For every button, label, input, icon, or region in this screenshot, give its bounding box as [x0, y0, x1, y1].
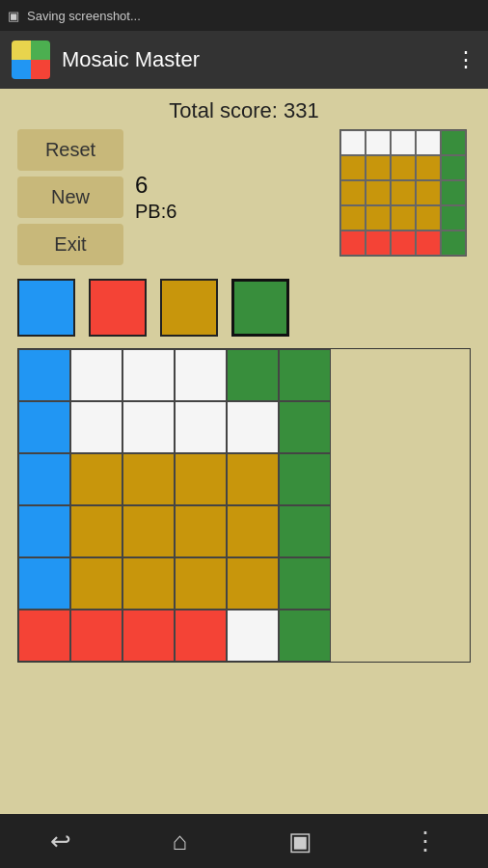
mini-cell-13 — [416, 180, 441, 205]
main-cell-27[interactable] — [175, 557, 227, 610]
bottom-nav: ↩ ⌂ ▣ ⋮ — [0, 814, 488, 868]
main-cell-32[interactable] — [122, 610, 175, 662]
buttons-column: Reset New Exit — [17, 129, 123, 265]
main-cell-0[interactable] — [18, 349, 70, 401]
mini-cell-22 — [391, 231, 416, 256]
main-cell-22[interactable] — [227, 505, 279, 557]
piece-green[interactable] — [231, 279, 289, 337]
main-cell-16[interactable] — [227, 453, 279, 505]
piece-gold[interactable] — [160, 279, 218, 337]
more-icon[interactable]: ⋮ — [413, 827, 438, 856]
main-cell-11[interactable] — [279, 401, 331, 453]
main-cell-29[interactable] — [279, 557, 331, 610]
main-cell-13[interactable] — [70, 453, 122, 505]
main-cell-23[interactable] — [279, 505, 331, 557]
main-cell-9[interactable] — [175, 401, 227, 453]
main-grid-wrap — [0, 348, 488, 663]
mini-grid-wrap — [339, 129, 467, 265]
main-grid[interactable] — [17, 348, 471, 663]
new-button[interactable]: New — [17, 176, 123, 218]
mini-cell-8 — [416, 155, 441, 180]
score-pb: PB:6 — [135, 201, 176, 223]
main-cell-28[interactable] — [227, 557, 279, 610]
score-display: 6 PB:6 — [131, 129, 176, 265]
app-bar: Mosaic Master ⋮ — [0, 31, 488, 89]
mini-cell-18 — [416, 205, 441, 231]
mini-cell-0 — [340, 130, 366, 155]
main-cell-24[interactable] — [18, 557, 70, 610]
main-cell-6[interactable] — [18, 401, 70, 453]
app-title: Mosaic Master — [62, 47, 444, 72]
main-cell-5[interactable] — [279, 349, 331, 401]
mini-cell-14 — [441, 180, 466, 205]
top-section: Reset New Exit 6 PB:6 — [0, 129, 488, 265]
main-cell-1[interactable] — [70, 349, 122, 401]
main-cell-14[interactable] — [122, 453, 175, 505]
main-cell-3[interactable] — [175, 349, 227, 401]
main-cell-18[interactable] — [18, 505, 70, 557]
status-text: Saving screenshot... — [27, 9, 141, 23]
mini-cell-11 — [366, 180, 391, 205]
mini-cell-15 — [340, 205, 366, 231]
main-cell-4[interactable] — [227, 349, 279, 401]
recent-icon[interactable]: ▣ — [288, 827, 312, 856]
main-cell-30[interactable] — [18, 610, 70, 662]
main-cell-15[interactable] — [175, 453, 227, 505]
main-cell-8[interactable] — [122, 401, 175, 453]
reset-button[interactable]: Reset — [17, 129, 123, 171]
piece-blue[interactable] — [17, 279, 75, 337]
mini-cell-17 — [391, 205, 416, 231]
main-cell-20[interactable] — [122, 505, 175, 557]
main-cell-10[interactable] — [227, 401, 279, 453]
main-cell-35[interactable] — [279, 610, 331, 662]
main-cell-34[interactable] — [227, 610, 279, 662]
mini-cell-1 — [366, 130, 391, 155]
back-icon[interactable]: ↩ — [50, 827, 71, 856]
main-cell-31[interactable] — [70, 610, 122, 662]
main-cell-7[interactable] — [70, 401, 122, 453]
main-cell-21[interactable] — [175, 505, 227, 557]
mini-cell-23 — [416, 231, 441, 256]
mini-cell-5 — [340, 155, 366, 180]
mini-cell-3 — [416, 130, 441, 155]
main-cell-17[interactable] — [279, 453, 331, 505]
app-icon — [12, 41, 50, 79]
mini-cell-6 — [366, 155, 391, 180]
main-cell-33[interactable] — [175, 610, 227, 662]
main-cell-25[interactable] — [70, 557, 122, 610]
main-cell-26[interactable] — [122, 557, 175, 610]
mini-cell-19 — [441, 205, 466, 231]
main-cell-2[interactable] — [122, 349, 175, 401]
home-icon[interactable]: ⌂ — [172, 827, 187, 856]
pieces-row — [0, 269, 488, 346]
main-cell-12[interactable] — [18, 453, 70, 505]
mini-cell-20 — [340, 231, 366, 256]
mini-grid — [339, 129, 467, 257]
status-bar: ▣ Saving screenshot... — [0, 0, 488, 31]
mini-cell-4 — [441, 130, 466, 155]
mini-cell-21 — [366, 231, 391, 256]
mini-cell-24 — [441, 231, 466, 256]
total-score: Total score: 331 — [0, 89, 488, 123]
main-cell-19[interactable] — [70, 505, 122, 557]
app-menu-icon[interactable]: ⋮ — [455, 47, 476, 72]
mini-cell-7 — [391, 155, 416, 180]
mini-cell-10 — [340, 180, 366, 205]
score-current: 6 — [135, 172, 148, 199]
main-content: Total score: 331 Reset New Exit 6 PB:6 — [0, 89, 488, 814]
mini-cell-16 — [366, 205, 391, 231]
screenshot-icon: ▣ — [8, 9, 19, 23]
piece-red[interactable] — [89, 279, 147, 337]
mini-cell-12 — [391, 180, 416, 205]
mini-cell-9 — [441, 155, 466, 180]
mini-cell-2 — [391, 130, 416, 155]
exit-button[interactable]: Exit — [17, 224, 123, 265]
